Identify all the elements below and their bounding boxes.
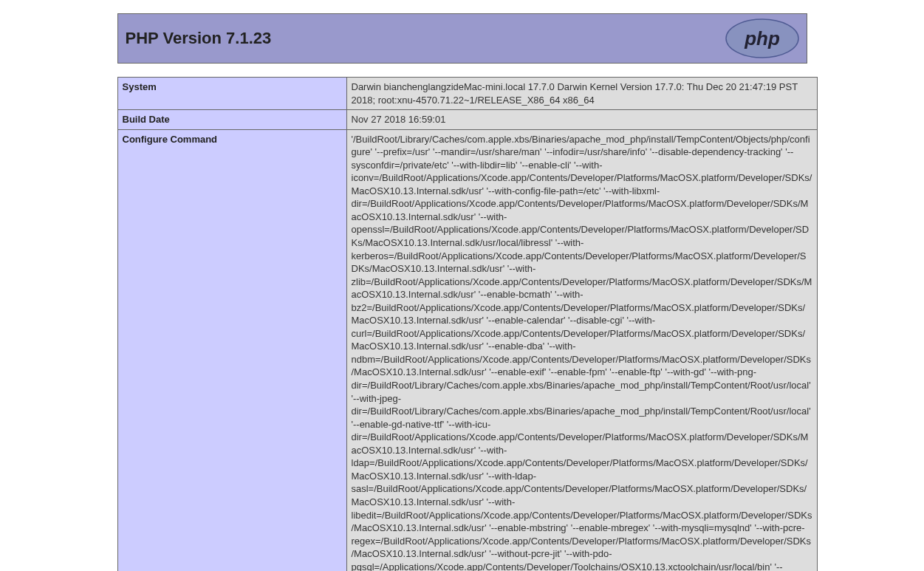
row-value-build-date: Nov 27 2018 16:59:01	[346, 110, 817, 130]
table-row: Build Date Nov 27 2018 16:59:01	[117, 110, 817, 130]
page-title: PHP Version 7.1.23	[126, 29, 272, 48]
row-label-system: System	[117, 78, 346, 110]
row-label-build-date: Build Date	[117, 110, 346, 130]
php-logo: php	[725, 18, 799, 58]
row-label-configure-command: Configure Command	[117, 129, 346, 571]
row-value-system: Darwin bianchenglangzideMac-mini.local 1…	[346, 78, 817, 110]
info-table: System Darwin bianchenglangzideMac-mini.…	[117, 77, 818, 571]
svg-text:php: php	[744, 27, 780, 49]
table-row: System Darwin bianchenglangzideMac-mini.…	[117, 78, 817, 110]
row-value-configure-command: '/BuildRoot/Library/Caches/com.apple.xbs…	[346, 129, 817, 571]
phpinfo-header: PHP Version 7.1.23 php	[117, 13, 807, 64]
table-row: Configure Command '/BuildRoot/Library/Ca…	[117, 129, 817, 571]
